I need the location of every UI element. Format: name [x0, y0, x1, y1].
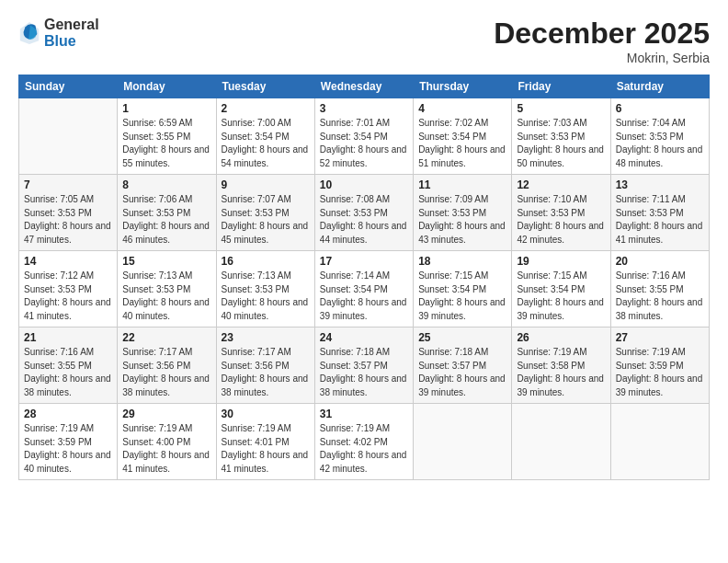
calendar-cell: [19, 98, 118, 175]
day-info: Sunrise: 7:17 AMSunset: 3:56 PMDaylight:…: [222, 346, 310, 399]
calendar-cell: 19Sunrise: 7:15 AMSunset: 3:54 PMDayligh…: [512, 251, 610, 327]
calendar-weekday-monday: Monday: [118, 75, 216, 98]
day-info: Sunrise: 7:16 AMSunset: 3:55 PMDaylight:…: [616, 270, 704, 323]
calendar-weekday-friday: Friday: [512, 75, 610, 98]
day-number: 23: [222, 331, 310, 344]
day-number: 3: [320, 102, 408, 115]
day-info: Sunrise: 7:05 AMSunset: 3:53 PMDaylight:…: [24, 193, 112, 247]
day-info: Sunrise: 7:19 AMSunset: 3:59 PMDaylight:…: [616, 346, 704, 399]
day-number: 2: [222, 102, 310, 115]
calendar-cell: 25Sunrise: 7:18 AMSunset: 3:57 PMDayligh…: [414, 327, 512, 404]
day-info: Sunrise: 7:16 AMSunset: 3:55 PMDaylight:…: [24, 346, 112, 399]
header: General Blue December 2025 Mokrin, Serbi…: [18, 17, 710, 65]
calendar-cell: 17Sunrise: 7:14 AMSunset: 3:54 PMDayligh…: [314, 251, 413, 327]
day-info: Sunrise: 7:17 AMSunset: 3:56 PMDaylight:…: [122, 346, 210, 399]
day-info: Sunrise: 7:18 AMSunset: 3:57 PMDaylight:…: [418, 346, 506, 399]
calendar-cell: [414, 404, 512, 480]
calendar-cell: 24Sunrise: 7:18 AMSunset: 3:57 PMDayligh…: [314, 327, 413, 404]
day-number: 5: [517, 102, 605, 115]
day-info: Sunrise: 7:11 AMSunset: 3:53 PMDaylight:…: [616, 193, 704, 247]
day-number: 7: [24, 178, 112, 191]
day-number: 29: [122, 408, 210, 420]
day-number: 24: [320, 331, 408, 344]
calendar-cell: 22Sunrise: 7:17 AMSunset: 3:56 PMDayligh…: [118, 327, 216, 404]
calendar-cell: 21Sunrise: 7:16 AMSunset: 3:55 PMDayligh…: [19, 327, 118, 404]
day-number: 17: [320, 255, 408, 268]
calendar-cell: 11Sunrise: 7:09 AMSunset: 3:53 PMDayligh…: [414, 175, 512, 251]
calendar-week-row: 28Sunrise: 7:19 AMSunset: 3:59 PMDayligh…: [19, 404, 710, 480]
day-info: Sunrise: 7:14 AMSunset: 3:54 PMDaylight:…: [320, 270, 408, 323]
logo-icon: [18, 20, 40, 46]
calendar-cell: 31Sunrise: 7:19 AMSunset: 4:02 PMDayligh…: [314, 404, 413, 480]
day-number: 21: [24, 331, 112, 344]
day-number: 19: [517, 255, 605, 268]
calendar-cell: 14Sunrise: 7:12 AMSunset: 3:53 PMDayligh…: [19, 251, 118, 327]
calendar-week-row: 14Sunrise: 7:12 AMSunset: 3:53 PMDayligh…: [19, 251, 710, 327]
day-info: Sunrise: 7:02 AMSunset: 3:54 PMDaylight:…: [418, 117, 506, 170]
day-number: 16: [222, 255, 310, 268]
calendar-cell: 3Sunrise: 7:01 AMSunset: 3:54 PMDaylight…: [314, 98, 413, 175]
day-info: Sunrise: 7:07 AMSunset: 3:53 PMDaylight:…: [222, 193, 310, 247]
logo-text: General Blue: [44, 17, 99, 49]
day-info: Sunrise: 7:15 AMSunset: 3:54 PMDaylight:…: [418, 270, 506, 323]
day-info: Sunrise: 7:13 AMSunset: 3:53 PMDaylight:…: [122, 270, 210, 323]
day-number: 10: [320, 178, 408, 191]
calendar-weekday-thursday: Thursday: [414, 75, 512, 98]
calendar: SundayMondayTuesdayWednesdayThursdayFrid…: [18, 75, 710, 480]
calendar-weekday-tuesday: Tuesday: [216, 75, 314, 98]
calendar-cell: 9Sunrise: 7:07 AMSunset: 3:53 PMDaylight…: [216, 175, 314, 251]
calendar-cell: 28Sunrise: 7:19 AMSunset: 3:59 PMDayligh…: [19, 404, 118, 480]
day-number: 26: [517, 331, 605, 344]
calendar-cell: 29Sunrise: 7:19 AMSunset: 4:00 PMDayligh…: [118, 404, 216, 480]
location: Mokrin, Serbia: [494, 51, 710, 65]
calendar-cell: 4Sunrise: 7:02 AMSunset: 3:54 PMDaylight…: [414, 98, 512, 175]
day-number: 20: [616, 255, 704, 268]
day-info: Sunrise: 7:12 AMSunset: 3:53 PMDaylight:…: [24, 270, 112, 323]
day-number: 30: [222, 408, 310, 420]
day-info: Sunrise: 7:19 AMSunset: 3:59 PMDaylight:…: [24, 422, 112, 476]
day-number: 4: [418, 102, 506, 115]
day-number: 31: [320, 408, 408, 420]
day-number: 11: [418, 178, 506, 191]
calendar-cell: 16Sunrise: 7:13 AMSunset: 3:53 PMDayligh…: [216, 251, 314, 327]
day-info: Sunrise: 7:08 AMSunset: 3:53 PMDaylight:…: [320, 193, 408, 247]
day-info: Sunrise: 7:19 AMSunset: 4:02 PMDaylight:…: [320, 422, 408, 476]
calendar-header-row: SundayMondayTuesdayWednesdayThursdayFrid…: [19, 75, 710, 98]
calendar-cell: 12Sunrise: 7:10 AMSunset: 3:53 PMDayligh…: [512, 175, 610, 251]
calendar-cell: [512, 404, 610, 480]
day-number: 13: [616, 178, 704, 191]
calendar-cell: 5Sunrise: 7:03 AMSunset: 3:53 PMDaylight…: [512, 98, 610, 175]
day-info: Sunrise: 7:15 AMSunset: 3:54 PMDaylight:…: [517, 270, 605, 323]
calendar-cell: 6Sunrise: 7:04 AMSunset: 3:53 PMDaylight…: [610, 98, 709, 175]
day-info: Sunrise: 7:03 AMSunset: 3:53 PMDaylight:…: [517, 117, 605, 170]
day-number: 27: [616, 331, 704, 344]
calendar-cell: 7Sunrise: 7:05 AMSunset: 3:53 PMDaylight…: [19, 175, 118, 251]
calendar-weekday-saturday: Saturday: [610, 75, 709, 98]
day-info: Sunrise: 7:10 AMSunset: 3:53 PMDaylight:…: [517, 193, 605, 247]
day-number: 6: [616, 102, 704, 115]
calendar-cell: 8Sunrise: 7:06 AMSunset: 3:53 PMDaylight…: [118, 175, 216, 251]
calendar-cell: 26Sunrise: 7:19 AMSunset: 3:58 PMDayligh…: [512, 327, 610, 404]
day-number: 8: [122, 178, 210, 191]
calendar-cell: 30Sunrise: 7:19 AMSunset: 4:01 PMDayligh…: [216, 404, 314, 480]
day-info: Sunrise: 7:00 AMSunset: 3:54 PMDaylight:…: [222, 117, 310, 170]
day-info: Sunrise: 6:59 AMSunset: 3:55 PMDaylight:…: [122, 117, 210, 170]
title-block: December 2025 Mokrin, Serbia: [494, 17, 710, 65]
calendar-cell: 18Sunrise: 7:15 AMSunset: 3:54 PMDayligh…: [414, 251, 512, 327]
page: General Blue December 2025 Mokrin, Serbi…: [0, 0, 728, 563]
calendar-cell: 1Sunrise: 6:59 AMSunset: 3:55 PMDaylight…: [118, 98, 216, 175]
logo: General Blue: [18, 17, 99, 49]
calendar-cell: [610, 404, 709, 480]
day-number: 14: [24, 255, 112, 268]
day-info: Sunrise: 7:01 AMSunset: 3:54 PMDaylight:…: [320, 117, 408, 170]
day-number: 15: [122, 255, 210, 268]
day-info: Sunrise: 7:18 AMSunset: 3:57 PMDaylight:…: [320, 346, 408, 399]
calendar-cell: 15Sunrise: 7:13 AMSunset: 3:53 PMDayligh…: [118, 251, 216, 327]
month-year: December 2025: [494, 17, 710, 51]
day-info: Sunrise: 7:19 AMSunset: 4:00 PMDaylight:…: [122, 422, 210, 476]
calendar-cell: 20Sunrise: 7:16 AMSunset: 3:55 PMDayligh…: [610, 251, 709, 327]
calendar-cell: 27Sunrise: 7:19 AMSunset: 3:59 PMDayligh…: [610, 327, 709, 404]
calendar-cell: 10Sunrise: 7:08 AMSunset: 3:53 PMDayligh…: [314, 175, 413, 251]
calendar-cell: 13Sunrise: 7:11 AMSunset: 3:53 PMDayligh…: [610, 175, 709, 251]
day-number: 1: [122, 102, 210, 115]
